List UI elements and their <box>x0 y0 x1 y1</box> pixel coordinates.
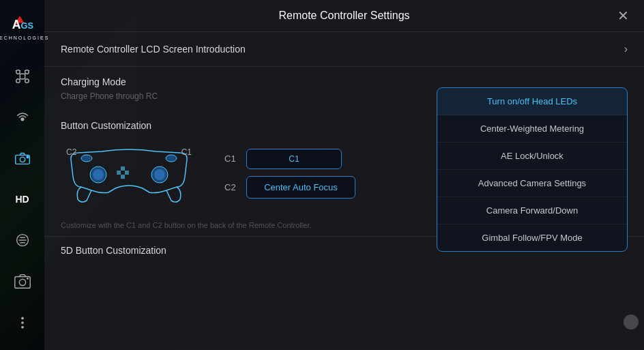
photo-icon <box>13 272 32 291</box>
svg-rect-7 <box>20 74 25 78</box>
ags-logo-icon: A GS <box>9 12 36 33</box>
dropdown-item-head-leds-label: Turn on/off Head LEDs <box>487 96 577 106</box>
svg-rect-29 <box>117 171 121 175</box>
dropdown-item-gimbal-follow-label: Gimbal Follow/FPV Mode <box>482 233 582 243</box>
lcd-intro-row[interactable]: Remote Controller LCD Screen Introductio… <box>44 32 644 67</box>
filter-icon <box>13 231 32 250</box>
sidebar-item-photo[interactable] <box>5 264 40 298</box>
lcd-intro-label: Remote Controller LCD Screen Introductio… <box>61 44 246 55</box>
svg-line-8 <box>19 73 20 74</box>
logo-area: A GS TECHNOLOGIES <box>0 7 55 46</box>
dropdown-item-head-leds[interactable]: Turn on/off Head LEDs <box>437 88 627 115</box>
svg-point-15 <box>20 157 25 162</box>
dropdown-item-center-weighted[interactable]: Center-Weighted Metering <box>437 115 627 143</box>
sidebar-item-more[interactable] <box>5 306 40 340</box>
c-buttons-container: C1 C1 C2 Center Auto Focus <box>224 149 355 199</box>
c2-row: C2 Center Auto Focus <box>224 176 355 199</box>
ctrl-c1-label: C1 <box>181 147 192 157</box>
lcd-intro-chevron: › <box>624 43 628 55</box>
c2-select-button[interactable]: Center Auto Focus <box>246 176 355 199</box>
panel-header: Remote Controller Settings ✕ <box>44 0 644 32</box>
dropdown-item-advanced-camera[interactable]: Advanced Camera Settings <box>437 170 627 197</box>
dropdown-item-camera-forward[interactable]: Camera Forward/Down <box>437 197 627 224</box>
svg-rect-28 <box>121 166 125 171</box>
c1-key-label: C1 <box>224 154 238 164</box>
sidebar-item-filter[interactable] <box>5 223 40 257</box>
controller-svg <box>61 139 197 207</box>
svg-point-25 <box>93 169 104 180</box>
svg-point-19 <box>19 279 25 285</box>
svg-point-33 <box>166 155 177 162</box>
camera-settings-icon <box>13 149 32 168</box>
dropdown-item-gimbal-follow[interactable]: Gimbal Follow/FPV Mode <box>437 224 627 251</box>
c2-key-label: C2 <box>224 182 238 192</box>
c1-select-button[interactable]: C1 <box>246 149 342 169</box>
svg-rect-30 <box>125 171 129 175</box>
panel-title: Remote Controller Settings <box>278 10 409 22</box>
svg-line-9 <box>25 73 25 74</box>
ctrl-c2-label: C2 <box>66 147 76 157</box>
dropdown-item-center-weighted-label: Center-Weighted Metering <box>480 123 584 134</box>
more-icon <box>13 313 32 332</box>
close-button[interactable]: ✕ <box>613 5 633 26</box>
svg-point-27 <box>154 169 165 180</box>
sidebar-item-signal[interactable] <box>5 100 40 134</box>
c1-select-value: C1 <box>289 154 299 164</box>
svg-point-16 <box>27 156 29 158</box>
svg-point-32 <box>81 155 92 162</box>
sidebar-item-drone[interactable] <box>5 59 40 93</box>
dropdown-popup: Turn on/off Head LEDs Center-Weighted Me… <box>437 87 628 252</box>
svg-point-21 <box>21 317 24 320</box>
dropdown-item-ae-lock[interactable]: AE Lock/Unlock <box>437 143 627 170</box>
sidebar-item-hd[interactable]: HD <box>5 182 40 216</box>
scroll-handle[interactable] <box>624 315 639 330</box>
dropdown-item-camera-forward-label: Camera Forward/Down <box>486 205 578 216</box>
signal-icon <box>13 108 32 127</box>
svg-text:GS: GS <box>20 20 33 31</box>
hd-label: HD <box>15 194 29 205</box>
svg-text:A: A <box>12 18 20 31</box>
svg-point-22 <box>21 321 24 324</box>
svg-point-13 <box>21 118 24 121</box>
dropdown-item-ae-lock-label: AE Lock/Unlock <box>501 151 564 161</box>
svg-point-20 <box>27 278 29 280</box>
drone-icon <box>13 67 32 86</box>
c2-select-value: Center Auto Focus <box>264 182 338 192</box>
c1-row: C1 C1 <box>224 149 355 169</box>
logo-sub-text: TECHNOLOGIES <box>0 35 49 40</box>
svg-line-10 <box>19 79 20 80</box>
controller-diagram: C2 C1 <box>61 139 197 207</box>
main-panel: Remote Controller Settings ✕ Remote Cont… <box>44 0 644 350</box>
svg-line-11 <box>25 79 25 80</box>
svg-rect-31 <box>121 175 125 179</box>
sidebar: A GS TECHNOLOGIES <box>0 0 44 350</box>
svg-point-23 <box>21 326 24 329</box>
sidebar-item-camera-settings[interactable] <box>5 141 40 175</box>
dropdown-item-advanced-camera-label: Advanced Camera Settings <box>478 178 586 188</box>
